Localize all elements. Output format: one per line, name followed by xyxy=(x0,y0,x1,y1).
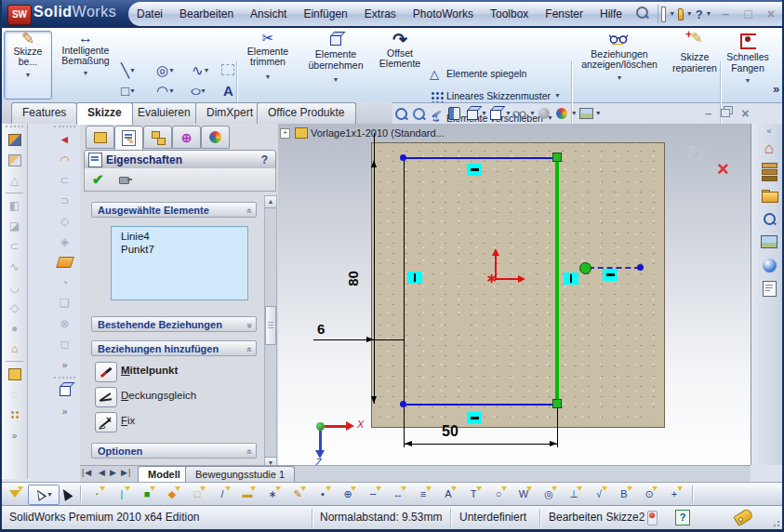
quick-tips-help-icon[interactable]: ? xyxy=(675,510,690,525)
grid-tool-icon[interactable] xyxy=(7,406,23,423)
design-library-icon[interactable] xyxy=(758,162,780,182)
menu-ansicht[interactable]: Ansicht xyxy=(242,2,295,26)
surface-tool-icon-2[interactable] xyxy=(7,152,23,168)
filter-axes-icon[interactable]: / xyxy=(213,485,232,502)
filter-weld-symbols-icon[interactable]: W xyxy=(514,485,533,502)
arc-dropdown[interactable]: ▼ xyxy=(168,87,175,95)
toolbar-c-overflow-chevron[interactable]: » xyxy=(57,403,73,419)
centerline[interactable] xyxy=(589,267,640,269)
section-view-icon[interactable] xyxy=(446,106,462,122)
mirror-entities-button[interactable]: △ Elemente spiegeln xyxy=(430,63,569,84)
section-options[interactable]: Optionen » xyxy=(91,443,257,459)
help-dropdown[interactable]: ▼ xyxy=(706,10,712,18)
trim-entities-button[interactable]: ✂ Elemente trimmen ▼ xyxy=(240,31,296,98)
solid-tool-icon-1[interactable] xyxy=(7,366,23,382)
display-style-icon[interactable] xyxy=(488,106,504,122)
property-manager-tab[interactable]: ✎ xyxy=(114,126,143,151)
sketch-plane-face[interactable] xyxy=(371,142,665,428)
filter-gtol-icon[interactable]: ◎ xyxy=(539,485,558,502)
smart-dimension-dropdown[interactable]: ▼ xyxy=(83,70,89,77)
view-palette-icon[interactable] xyxy=(758,232,780,252)
pm-ok-button[interactable]: ✔ xyxy=(92,171,104,188)
filter-centerlines-icon[interactable]: ╌ xyxy=(364,485,382,502)
sketch-line-bottom[interactable] xyxy=(404,404,558,406)
origin-star-icon[interactable]: ∗ xyxy=(486,271,498,286)
line-tool[interactable]: ╲▼ xyxy=(121,62,136,78)
filter-solid-bodies-icon[interactable]: □ xyxy=(188,485,206,502)
convert-entities-button[interactable]: Elemente übernehmen ▼ xyxy=(299,31,372,98)
select-arrow-dropdown[interactable]: ▼ xyxy=(47,491,53,499)
appearances-dropdown[interactable]: ▼ xyxy=(571,110,578,117)
filter-datums-icon[interactable]: ⊥ xyxy=(565,485,583,502)
centerline-endpoint[interactable] xyxy=(637,264,644,271)
dim50-line[interactable] xyxy=(404,444,558,445)
tab-office-produkte[interactable]: Office Produkte xyxy=(257,102,356,124)
display-relations-dropdown[interactable]: ▼ xyxy=(617,74,623,82)
planar-surface-icon[interactable] xyxy=(57,254,73,271)
line-dropdown[interactable]: ▼ xyxy=(129,67,136,74)
filter-hatches-icon[interactable]: ≡ xyxy=(414,485,432,502)
dimension-6[interactable]: 6 xyxy=(317,321,325,337)
section-add-relations[interactable]: Beziehungen hinzufügen » xyxy=(91,340,257,356)
graphics-viewport[interactable]: + Vorlage1x1-2010 (Standard... ↻ × 80 6 xyxy=(278,124,751,465)
search-pane-icon[interactable] xyxy=(758,208,780,229)
sketch-button[interactable]: ✎ Skizze be... ▼ xyxy=(4,31,52,100)
filter-balloons-icon[interactable]: ○ xyxy=(489,485,508,502)
hide-show-items-icon[interactable] xyxy=(512,106,528,122)
arc-tool[interactable]: ◠▼ xyxy=(156,83,175,99)
zoom-fit-icon[interactable] xyxy=(393,106,409,122)
filter-connection-points-icon[interactable]: + xyxy=(665,485,684,502)
relation-badge-vertical-left[interactable] xyxy=(407,272,422,284)
relation-badge-equal-bottom[interactable] xyxy=(467,412,482,424)
menu-einfuegen[interactable]: Einfügen xyxy=(295,2,355,26)
appearances-icon[interactable] xyxy=(554,106,570,122)
feature-tool-icon-1[interactable]: ◄ xyxy=(57,131,73,148)
menu-bearbeiten[interactable]: Bearbeiten xyxy=(171,2,242,26)
vertex-bottom-left[interactable] xyxy=(400,401,406,407)
relation-deckungsgleich-label[interactable]: Deckungsgleich xyxy=(121,390,196,401)
custom-properties-icon[interactable] xyxy=(758,278,780,299)
vcr-next-button[interactable]: ▶ xyxy=(110,468,116,477)
filter-blocks-icon[interactable]: B xyxy=(615,485,633,502)
section-add-chevron[interactable]: » xyxy=(242,347,257,352)
filter-annotations-icon[interactable]: A xyxy=(439,485,458,502)
configuration-manager-tab[interactable] xyxy=(143,126,172,149)
search-icon[interactable] xyxy=(636,6,648,22)
pm-scroll-up[interactable]: ▲ xyxy=(265,196,276,208)
filter-dowel-pins-icon[interactable]: ⊙ xyxy=(640,485,658,502)
text-tool[interactable]: A xyxy=(223,83,233,99)
section-selected-entities[interactable]: Ausgewählte Elemente » xyxy=(91,202,257,218)
filter-dimensions-icon[interactable]: ↔ xyxy=(389,485,407,502)
vcr-last-button[interactable]: ▶| xyxy=(121,468,131,477)
new-document-icon[interactable] xyxy=(661,7,666,22)
pm-pushpin-button[interactable] xyxy=(117,174,132,185)
offset-entities-button[interactable]: ↷ Offset Elemente xyxy=(376,31,424,98)
filter-faces-icon[interactable]: ■ xyxy=(138,485,156,502)
view-cube-icon[interactable] xyxy=(57,382,73,399)
linear-pattern-dropdown[interactable]: ▼ xyxy=(554,92,561,100)
selected-entities-listbox[interactable]: Linie4 Punkt7 xyxy=(111,226,248,300)
sketch-line-left[interactable] xyxy=(404,158,405,405)
apply-scene-dropdown[interactable]: ▼ xyxy=(595,110,602,117)
selected-item-linie4[interactable]: Linie4 xyxy=(112,227,247,242)
display-manager-tab[interactable] xyxy=(201,126,230,149)
relation-badge-equal-right[interactable] xyxy=(603,269,618,281)
section-selected-chevron[interactable]: » xyxy=(242,208,257,214)
filter-sketch-segments-icon[interactable]: ✎ xyxy=(288,485,307,502)
smart-dimension-button[interactable]: ↔ Intelligente Bemaßung ▼ xyxy=(54,31,117,98)
dimension-80[interactable]: 80 xyxy=(345,271,361,286)
toggle-selection-filter-icon[interactable] xyxy=(6,485,24,502)
section-existing-chevron[interactable]: » xyxy=(242,323,257,328)
relation-fix-label[interactable]: Fix xyxy=(121,415,135,426)
view-orientation-dropdown[interactable]: ▼ xyxy=(481,110,487,117)
toolbar-overflow-chevron[interactable]: » xyxy=(773,82,779,96)
dim6-line[interactable] xyxy=(313,339,404,340)
tab-dimxpert[interactable]: DimXpert xyxy=(195,102,264,124)
filter-surface-finish-icon[interactable]: √ xyxy=(590,485,608,502)
window-maximize-button[interactable]: □ xyxy=(737,7,759,21)
vcr-first-button[interactable]: |◀ xyxy=(82,468,92,477)
filter-sketch-points-icon[interactable]: ∗ xyxy=(263,485,282,502)
window-close-button[interactable]: × xyxy=(760,7,782,21)
menu-hilfe[interactable]: Hilfe xyxy=(591,2,631,26)
doc-restore-button[interactable] xyxy=(721,106,732,117)
